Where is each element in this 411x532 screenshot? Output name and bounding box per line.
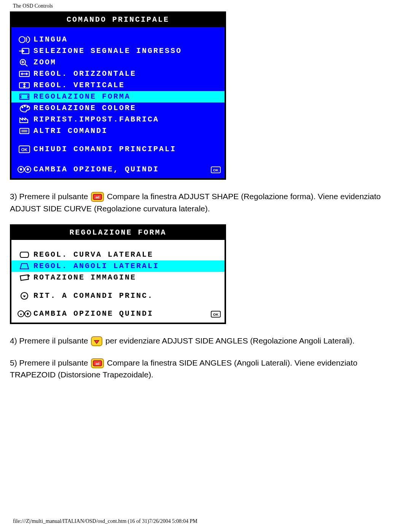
svg-point-0 xyxy=(19,37,25,43)
svg-text:ad: ad xyxy=(96,195,100,199)
page-footer-path: file:///Z|/multi_manual/ITALIAN/OSD/osd_… xyxy=(13,518,198,524)
menu-item-label: REGOL. ORIZZONTALE xyxy=(33,69,221,79)
horiz-icon xyxy=(15,69,33,78)
down-button-icon xyxy=(91,336,102,346)
menu-item-factory[interactable]: RIPRIST.IMPOST.FABRICA xyxy=(11,114,225,125)
ok-button-icon: ad xyxy=(91,192,104,202)
menu-item-lingua[interactable]: LINGUA xyxy=(11,34,225,45)
menu-item-label: REGOLAZIONE FORMA xyxy=(33,91,221,102)
osd-footer-label: CAMBIA OPZIONE, QUINDI xyxy=(33,165,206,174)
menu-item-label: ZOOM xyxy=(33,57,221,68)
color-icon xyxy=(15,104,33,113)
menu-item-extra[interactable]: ALTRI COMANDI xyxy=(11,125,225,137)
updown-icon xyxy=(15,310,33,318)
svg-text:OK: OK xyxy=(213,312,218,316)
menu-item-label: REGOLAZIONE COLORE xyxy=(33,103,221,113)
menu-item-label: ROTAZIONE IMMAGINE xyxy=(33,272,221,283)
osd-main-footer: CAMBIA OPZIONE, QUINDI OK xyxy=(11,162,225,177)
para4-prefix: 4) Premere il pulsante xyxy=(10,336,90,345)
barrel-icon xyxy=(15,250,33,259)
paragraph-step-3: 3) Premere il pulsante ad Compare la fin… xyxy=(10,190,401,214)
updown-icon xyxy=(15,165,33,174)
factory-icon xyxy=(15,115,33,124)
zoom-icon xyxy=(15,58,33,67)
svg-point-8 xyxy=(27,107,28,108)
svg-point-6 xyxy=(22,107,23,108)
menu-item-vert[interactable]: REGOL. VERTICALE xyxy=(11,80,225,91)
menu-item-label: REGOL. VERTICALE xyxy=(33,80,221,91)
menu-item-zoom[interactable]: ZOOM xyxy=(11,57,225,68)
menu-item-input[interactable]: SELEZIONE SEGNALE INGRESSO xyxy=(11,45,225,57)
menu-item-label: REGOL. CURVA LATERALE xyxy=(33,249,221,260)
svg-point-7 xyxy=(24,106,25,107)
menu-item-horiz[interactable]: REGOL. ORIZZONTALE xyxy=(11,68,225,80)
para3-prefix: 3) Premere il pulsante xyxy=(10,192,90,201)
paragraph-step-5: 5) Premere il pulsante ad Compare la fin… xyxy=(10,357,401,381)
language-icon xyxy=(15,35,33,44)
menu-item-label: REGOL. ANGOLI LATERALI xyxy=(33,261,221,272)
svg-rect-19 xyxy=(20,275,28,281)
input-icon xyxy=(15,46,33,56)
menu-item-label: SELEZIONE SEGNALE INGRESSO xyxy=(33,46,221,56)
ok-icon: OK xyxy=(211,166,221,173)
menu-return-label: RIT. A COMANDI PRINC. xyxy=(33,291,221,301)
osd-footer-label: CAMBIA OPZIONE QUINDI xyxy=(33,309,206,318)
down-circle-icon xyxy=(15,292,33,300)
menu-item-label: RIPRIST.IMPOST.FABRICA xyxy=(33,114,221,125)
ok-icon: OK xyxy=(15,145,33,153)
menu-return[interactable]: RIT. A COMANDI PRINC. xyxy=(11,290,225,302)
menu-item-shape[interactable]: REGOLAZIONE FORMA xyxy=(11,91,225,102)
shape-icon xyxy=(15,92,33,101)
paragraph-step-4: 4) Premere il pulsante per evidenziare A… xyxy=(10,335,401,347)
menu-close-label: CHIUDI COMANDI PRINCIPALI xyxy=(33,144,221,155)
rotate-icon xyxy=(15,273,33,282)
osd-shape-menu: REGOLAZIONE FORMA REGOL. CURVA LATERALE … xyxy=(10,224,226,324)
osd-main-title: COMANDO PRINCIPALE xyxy=(11,13,225,27)
svg-text:OK: OK xyxy=(213,168,218,172)
trapezoid-icon xyxy=(15,262,33,271)
vert-icon xyxy=(15,81,33,90)
extra-icon xyxy=(15,126,33,136)
page-header-path: The OSD Controls xyxy=(13,3,53,9)
menu-item-label: LINGUA xyxy=(33,34,221,45)
menu-item-side-angles[interactable]: REGOL. ANGOLI LATERALI xyxy=(11,260,225,272)
osd-shape-title: REGOLAZIONE FORMA xyxy=(11,226,225,240)
menu-item-color[interactable]: REGOLAZIONE COLORE xyxy=(11,102,225,114)
svg-text:ad: ad xyxy=(96,362,100,366)
ok-icon: OK xyxy=(211,310,221,317)
osd-main-menu: COMANDO PRINCIPALE LINGUA SELEZIONE SEGN… xyxy=(10,11,226,180)
svg-rect-9 xyxy=(20,128,29,134)
para4-suffix: per evidenziare ADJUST SIDE ANGLES (Rego… xyxy=(105,336,354,345)
osd-shape-footer: CAMBIA OPZIONE QUINDI OK xyxy=(11,307,225,321)
svg-text:OK: OK xyxy=(21,147,28,152)
menu-item-label: ALTRI COMANDI xyxy=(33,126,221,136)
ok-button-icon: ad xyxy=(91,358,104,368)
menu-close[interactable]: OK CHIUDI COMANDI PRINCIPALI xyxy=(11,144,225,155)
menu-item-rotate[interactable]: ROTAZIONE IMMAGINE xyxy=(11,272,225,283)
para5-prefix: 5) Premere il pulsante xyxy=(10,358,90,367)
menu-item-side-curve[interactable]: REGOL. CURVA LATERALE xyxy=(11,249,225,260)
